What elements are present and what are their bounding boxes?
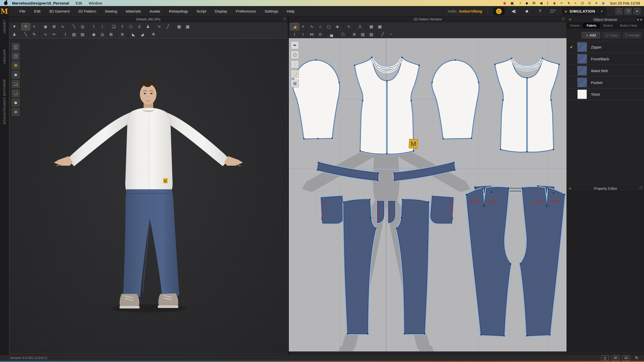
- app-menu-item[interactable]: Display: [211, 9, 231, 13]
- steam-iron-icon[interactable]: ▄: [327, 31, 336, 38]
- restore-button[interactable]: ❐: [625, 8, 631, 14]
- tool-button[interactable]: [60, 31, 60, 37]
- tool-button[interactable]: [148, 31, 148, 37]
- attach-dart-icon[interactable]: ◎: [78, 23, 87, 30]
- app-menu-item[interactable]: Retopology: [165, 9, 192, 13]
- show-globe-icon[interactable]: ⊕: [12, 108, 20, 116]
- curve-tool-icon[interactable]: ∿: [41, 31, 50, 38]
- scene-3d[interactable]: M ◫☖☸☻❏❏☻⊕: [9, 38, 287, 354]
- vpn-green-icon[interactable]: ≋: [560, 1, 563, 5]
- measure-line-icon[interactable]: ╱: [378, 31, 387, 38]
- credits-coin-icon[interactable]: C: [493, 8, 504, 15]
- arrange-garment-icon[interactable]: ⇧: [118, 23, 127, 30]
- fabric-row-front-back[interactable]: Front/Back: [567, 53, 644, 65]
- tool-button[interactable]: [108, 24, 108, 30]
- tool-button[interactable]: [40, 31, 40, 37]
- curve-cut-icon[interactable]: ✂: [50, 31, 58, 38]
- add-fabric-button[interactable]: +Add: [582, 32, 600, 38]
- show-3d-box-icon[interactable]: ◫: [12, 43, 20, 51]
- fold-arrangement-icon[interactable]: ❏: [109, 23, 118, 30]
- copy-fabric-button[interactable]: ❏Copy: [602, 32, 621, 38]
- bluetooth-icon[interactable]: ᛒ: [547, 1, 549, 5]
- fabric-row-zipper[interactable]: ✔ Zipper: [567, 41, 644, 53]
- simulate-icon[interactable]: ▼: [10, 23, 19, 30]
- object-browser-header[interactable]: ➜ Object Browser ❐: [567, 17, 644, 23]
- tape-curve-icon[interactable]: ∿: [155, 23, 164, 30]
- property-editor-header[interactable]: ➜ Property Editor ❐: [567, 186, 644, 192]
- tab-scene[interactable]: Scene: [567, 23, 583, 28]
- show-avatar-icon[interactable]: ☻: [12, 71, 20, 79]
- mannequin-icon[interactable]: ♟: [144, 23, 152, 30]
- transform-pattern-icon[interactable]: ◢: [290, 23, 299, 30]
- apple-menu-icon[interactable]: [4, 1, 8, 5]
- select-move-icon[interactable]: ✛: [21, 23, 30, 30]
- show-head-icon[interactable]: ☻: [12, 99, 20, 107]
- grid-large-icon[interactable]: ▩: [183, 23, 192, 30]
- tool-button[interactable]: [354, 24, 354, 30]
- shield-icon[interactable]: ◈: [553, 1, 556, 5]
- tool-button[interactable]: [88, 24, 88, 30]
- dropdown-arrow-icon[interactable]: ▼: [598, 10, 603, 13]
- fabric-swatch[interactable]: [577, 89, 587, 99]
- symmetry-pin-icon[interactable]: ✜: [149, 31, 158, 38]
- texture-shirt2-icon[interactable]: ▧: [78, 31, 87, 38]
- siri-icon[interactable]: ◉: [602, 1, 605, 5]
- app-menu-item[interactable]: Sewing: [100, 9, 121, 13]
- minimize-button[interactable]: –: [616, 8, 622, 14]
- grid-large-icon[interactable]: ▩: [376, 23, 384, 30]
- tool-button[interactable]: [128, 31, 128, 37]
- grid-small-icon[interactable]: ▦: [367, 23, 376, 30]
- control-center-icon[interactable]: ≡: [595, 1, 597, 5]
- tool-button[interactable]: [153, 24, 154, 30]
- view-2d-button[interactable]: 2D: [622, 355, 630, 361]
- dock-tab[interactable]: LIBRARY: [3, 20, 6, 34]
- show-sewing-icon[interactable]: ✒: [291, 41, 299, 49]
- time-machine-icon[interactable]: ◷: [581, 1, 584, 5]
- app-menu-item[interactable]: Help: [283, 9, 299, 13]
- tool-button[interactable]: [40, 24, 40, 30]
- app-menu-item[interactable]: Script: [192, 9, 211, 13]
- select-mesh-icon[interactable]: ⌖: [30, 23, 38, 30]
- trim-a-icon[interactable]: ◣: [129, 31, 138, 38]
- app-menu-item[interactable]: File: [15, 9, 30, 13]
- free-sew-icon[interactable]: ≀: [98, 23, 107, 30]
- walk-avatar-icon[interactable]: ♟: [10, 31, 19, 38]
- arrange-shirt-icon[interactable]: ☖: [127, 23, 135, 30]
- tool-button[interactable]: [68, 24, 68, 30]
- show-pins-icon[interactable]: ☸: [12, 62, 20, 69]
- viewport-2d-titlebar[interactable]: 2D Pattern Window ❐: [289, 17, 567, 22]
- sound-icon[interactable]: ◀): [510, 9, 517, 14]
- measure-points-icon[interactable]: ┄: [387, 31, 395, 38]
- popout-icon[interactable]: ❐: [283, 17, 286, 21]
- fabric-swatch[interactable]: [577, 42, 587, 52]
- viewport-3d-titlebar[interactable]: Default_MD.ZPrj ❐: [9, 17, 288, 22]
- tape-edit-icon[interactable]: ✎: [30, 31, 38, 38]
- tool-button[interactable]: [88, 31, 88, 37]
- tab-scroll-arrows[interactable]: ◀▶: [635, 17, 644, 22]
- spotlight-icon[interactable]: ⊙: [588, 1, 591, 5]
- battery-charging-icon[interactable]: ↯: [567, 1, 570, 5]
- zipper-small-icon[interactable]: ⌇: [61, 31, 70, 38]
- edit-sew-icon[interactable]: ⊙: [316, 31, 325, 38]
- fabric-row-pocket[interactable]: Pocket: [567, 77, 644, 88]
- dart-icon[interactable]: ◈: [333, 23, 342, 30]
- segment-sew-icon[interactable]: ⌇: [90, 23, 98, 30]
- tool-button[interactable]: [337, 31, 337, 37]
- macos-app-name[interactable]: MarvelousDesigner10_Personal: [12, 1, 69, 5]
- edit-curvature-icon[interactable]: ∿: [307, 23, 316, 30]
- show-arrangement-icon[interactable]: ❏: [12, 80, 20, 88]
- simulation-mode-dropdown[interactable]: » SIMULATION ▼: [562, 7, 606, 15]
- crescent-icon[interactable]: ☽: [518, 1, 521, 5]
- macos-menu-item[interactable]: Window: [89, 1, 102, 5]
- tab-button-hole[interactable]: Button Hole: [616, 23, 640, 28]
- collapse-arrow-icon[interactable]: ➜: [569, 18, 571, 21]
- tool-button[interactable]: [116, 31, 117, 37]
- tool-button[interactable]: [326, 31, 326, 37]
- launcher-red-icon[interactable]: ◉: [503, 1, 506, 5]
- marvelous-m-icon[interactable]: M: [533, 1, 536, 5]
- fabric-row-tshirt[interactable]: Tshirt: [567, 88, 644, 100]
- pattern-canvas[interactable]: M: [289, 38, 567, 351]
- texture-shirt-icon[interactable]: ▨: [358, 31, 367, 38]
- app-menu-item[interactable]: Avatar: [145, 9, 165, 13]
- tool-button[interactable]: [343, 24, 343, 30]
